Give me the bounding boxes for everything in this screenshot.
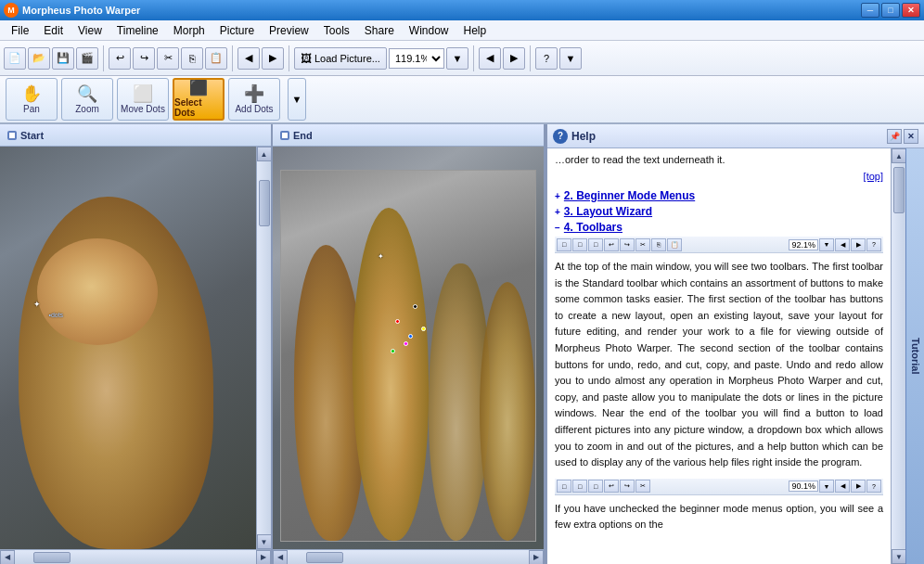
render-button[interactable]: 🎬 (76, 47, 98, 70)
help-scroll-thumb[interactable] (893, 167, 905, 213)
mini-btn-help[interactable]: ? (866, 238, 881, 251)
load-picture-button[interactable]: 🖼 Load Picture... (294, 47, 387, 70)
copy-button[interactable]: ⎘ (181, 47, 203, 70)
mini-zoom-display-2: 90.1% (789, 481, 818, 492)
menu-file[interactable]: File (4, 22, 36, 39)
help-pin-btn[interactable]: 📌 (887, 129, 902, 144)
menu-window[interactable]: Window (402, 22, 456, 39)
dot-red-1[interactable] (395, 319, 400, 324)
mini-btn-8[interactable]: 📋 (667, 238, 682, 251)
menu-timeline[interactable]: Timeline (109, 22, 166, 39)
start-h-scrollbar[interactable]: ◀ ▶ (0, 549, 271, 564)
start-scroll-thumb[interactable] (259, 180, 270, 226)
menu-help[interactable]: Help (456, 22, 494, 39)
close-button[interactable]: ✕ (902, 3, 920, 18)
dot-blue-1[interactable] (408, 334, 413, 339)
toc-3-expand[interactable]: + (555, 207, 560, 217)
mini-btn-b2[interactable]: □ (572, 480, 587, 493)
cut-button[interactable]: ✂ (157, 47, 179, 70)
puppy-e4 (480, 282, 535, 541)
toc-4-collapse[interactable]: − (555, 223, 560, 233)
zoom-icon: 🔍 (77, 85, 97, 102)
toc-2-expand[interactable]: + (555, 191, 560, 201)
save-button[interactable]: 💾 (52, 47, 74, 70)
end-h-thumb[interactable] (306, 552, 343, 563)
more-btn[interactable]: ▼ (559, 47, 582, 70)
mini-btn-b5[interactable]: ↪ (620, 480, 635, 493)
help-v-scrollbar[interactable]: ▲ ▼ (891, 148, 905, 564)
menu-edit[interactable]: Edit (36, 22, 71, 39)
help-close-btn[interactable]: ✕ (904, 129, 918, 144)
toc-3-link[interactable]: 3. Layout Wizard (564, 205, 652, 218)
toc-2-link[interactable]: 2. Beginner Mode Menus (564, 189, 695, 202)
mini-btn-4[interactable]: ↩ (604, 238, 619, 251)
menu-tools[interactable]: Tools (316, 22, 357, 39)
next-img-btn[interactable]: ▶ (503, 47, 525, 70)
dot-green-1[interactable] (391, 349, 395, 353)
mini-btn-3[interactable]: □ (588, 238, 603, 251)
mini-btn-b3[interactable]: □ (588, 480, 603, 493)
select-dots-label: Select Dots (174, 97, 223, 118)
mini-btn-bn2[interactable]: ▶ (851, 480, 866, 493)
open-button[interactable]: 📂 (28, 47, 50, 70)
start-h-thumb[interactable] (33, 552, 71, 563)
end-scroll-right[interactable]: ▶ (529, 550, 544, 565)
minimize-button[interactable]: ─ (861, 3, 879, 18)
start-v-scrollbar[interactable]: ▲ ▼ (256, 147, 271, 549)
zoom-dropdown-btn[interactable]: ▼ (446, 47, 468, 70)
menu-picture[interactable]: Picture (212, 22, 262, 39)
prev-img-btn[interactable]: ◀ (479, 47, 501, 70)
dot-yellow-1[interactable] (421, 327, 426, 331)
end-scroll-left[interactable]: ◀ (273, 550, 288, 565)
help-scroll-up[interactable]: ▲ (892, 148, 905, 163)
help-scroll-down[interactable]: ▼ (892, 549, 905, 564)
load-picture-label: Load Picture... (314, 53, 380, 64)
paste-button[interactable]: 📋 (205, 47, 227, 70)
start-scroll-down[interactable]: ▼ (257, 534, 272, 549)
redo-button[interactable]: ↪ (133, 47, 155, 70)
help-top-link[interactable]: [top] (555, 171, 883, 182)
start-scroll-up[interactable]: ▲ (257, 147, 272, 161)
mini-btn-1[interactable]: □ (557, 238, 571, 251)
mini-btn-b6[interactable]: ✂ (635, 480, 650, 493)
mini-btn-bn1[interactable]: ◀ (835, 480, 850, 493)
menu-preview[interactable]: Preview (262, 22, 316, 39)
mini-btn-nav1[interactable]: ◀ (835, 238, 850, 251)
mini-btn-bh[interactable]: ? (866, 480, 881, 493)
end-image: ✦ (273, 147, 544, 549)
maximize-button[interactable]: □ (881, 3, 900, 18)
tools-toolbar: ✋ Pan 🔍 Zoom ⬜ Move Dots ⬛ Select Dots ➕… (0, 76, 924, 124)
dot-magenta-1[interactable] (404, 341, 408, 346)
help-text-scroll[interactable]: …order to read the text underneath it. [… (547, 148, 891, 564)
more-tools-btn[interactable]: ▼ (288, 78, 306, 121)
start-scroll-right[interactable]: ▶ (256, 550, 271, 565)
move-dots-button[interactable]: ⬜ Move Dots (117, 78, 169, 121)
tutorial-tab[interactable]: Tutorial (905, 148, 924, 564)
help-btn[interactable]: ? (535, 47, 558, 70)
pan-tool-button[interactable]: ✋ Pan (6, 78, 58, 121)
mini-btn-2[interactable]: □ (572, 238, 587, 251)
tb-btn-extra1[interactable]: ◀ (237, 47, 260, 70)
tb-btn-extra2[interactable]: ▶ (262, 47, 284, 70)
mini-btn-6[interactable]: ✂ (635, 238, 650, 251)
mini-btn-bz[interactable]: ▼ (819, 480, 834, 493)
zoom-tool-button[interactable]: 🔍 Zoom (61, 78, 113, 121)
zoom-select[interactable]: 119.1% 100% 75% 50% (389, 48, 444, 69)
undo-button[interactable]: ↩ (109, 47, 131, 70)
new-button[interactable]: 📄 (4, 47, 26, 70)
mini-btn-b1[interactable]: □ (557, 480, 571, 493)
toc-4-link[interactable]: 4. Toolbars (564, 221, 622, 234)
mini-btn-nav2[interactable]: ▶ (851, 238, 866, 251)
mini-btn-5[interactable]: ↪ (620, 238, 635, 251)
menu-share[interactable]: Share (357, 22, 402, 39)
menu-morph[interactable]: Morph (166, 22, 212, 39)
select-dots-button[interactable]: ⬛ Select Dots (173, 78, 225, 121)
start-h-track (15, 552, 256, 563)
add-dots-button[interactable]: ➕ Add Dots (228, 78, 280, 121)
start-scroll-left[interactable]: ◀ (0, 550, 15, 565)
menu-view[interactable]: View (71, 22, 109, 39)
mini-btn-zoom-dn[interactable]: ▼ (819, 238, 834, 251)
mini-btn-7[interactable]: ⎘ (651, 238, 666, 251)
mini-btn-b4[interactable]: ↩ (604, 480, 619, 493)
end-h-scrollbar[interactable]: ◀ ▶ (273, 549, 544, 564)
